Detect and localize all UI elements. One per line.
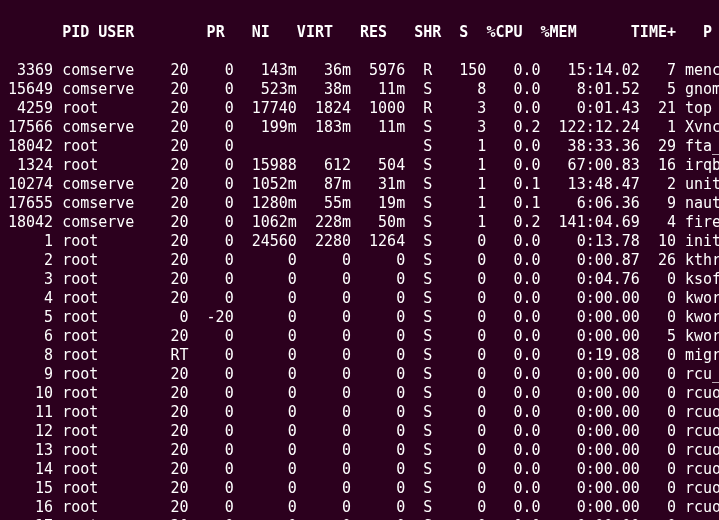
table-row: 2root200000S00.00:00.8726kthreadd xyxy=(8,251,711,270)
cell-shr: 0 xyxy=(360,384,405,403)
cell-time: 67:00.83 xyxy=(550,156,640,175)
cell-mem: 0.0 xyxy=(495,289,540,308)
cell-cmd: unity-2d-shell xyxy=(685,175,719,194)
cell-p: 7 xyxy=(649,61,676,80)
cell-cmd: irqbalance xyxy=(685,156,719,175)
cell-pid: 11 xyxy=(8,403,53,422)
cell-user: root xyxy=(62,346,143,365)
cell-p: 4 xyxy=(649,213,676,232)
col-cpu-num: P xyxy=(685,23,712,42)
col-user: USER xyxy=(98,23,179,42)
cell-pr: 20 xyxy=(152,175,188,194)
table-row: 10274comserve2001052m87m31mS10.113:48.47… xyxy=(8,175,711,194)
cell-pid: 18042 xyxy=(8,213,53,232)
cell-virt: 0 xyxy=(243,479,297,498)
cell-ni: 0 xyxy=(198,61,234,80)
cell-pr: 20 xyxy=(152,99,188,118)
cell-p: 0 xyxy=(649,365,676,384)
cell-user: root xyxy=(62,99,143,118)
cell-shr: 0 xyxy=(360,346,405,365)
cell-p: 0 xyxy=(649,479,676,498)
cell-pr: 20 xyxy=(152,213,188,232)
cell-cpu: 0 xyxy=(441,270,486,289)
cell-res: 0 xyxy=(306,365,351,384)
cell-s: S xyxy=(414,308,432,327)
table-row: 17655comserve2001280m55m19mS10.16:06.369… xyxy=(8,194,711,213)
cell-virt: 143m xyxy=(243,61,297,80)
cell-time: 0:00.00 xyxy=(550,422,640,441)
cell-res: 55m xyxy=(306,194,351,213)
cell-pid: 4 xyxy=(8,289,53,308)
cell-res: 0 xyxy=(306,327,351,346)
cell-res: 0 xyxy=(306,251,351,270)
cell-shr: 19m xyxy=(360,194,405,213)
cell-p: 0 xyxy=(649,441,676,460)
table-row: 8rootRT0000S00.00:19.080migration/0 xyxy=(8,346,711,365)
cell-res: 0 xyxy=(306,422,351,441)
cell-ni: 0 xyxy=(198,270,234,289)
cell-cpu: 0 xyxy=(441,479,486,498)
cell-pr: 20 xyxy=(152,251,188,270)
cell-cpu: 0 xyxy=(441,441,486,460)
cell-user: root xyxy=(62,232,143,251)
cell-ni: 0 xyxy=(198,289,234,308)
table-row: 18042comserve2001062m228m50mS10.2141:04.… xyxy=(8,213,711,232)
cell-time: 0:00.00 xyxy=(550,460,640,479)
table-row: 1root2002456022801264S00.00:13.7810init xyxy=(8,232,711,251)
cell-time: 0:00.00 xyxy=(550,479,640,498)
cell-ni: 0 xyxy=(198,175,234,194)
table-row: 11root200000S00.00:00.000rcuob/1 xyxy=(8,403,711,422)
cell-cmd: rcu_bh xyxy=(685,365,719,384)
cell-time: 0:13.78 xyxy=(550,232,640,251)
cell-virt: 0 xyxy=(243,498,297,517)
cell-pr: RT xyxy=(152,346,188,365)
cell-s: S xyxy=(414,137,432,156)
cell-cpu: 0 xyxy=(441,308,486,327)
cell-pid: 6 xyxy=(8,327,53,346)
cell-time: 0:00.00 xyxy=(550,365,640,384)
cell-s: S xyxy=(414,327,432,346)
cell-p: 10 xyxy=(649,232,676,251)
cell-p: 0 xyxy=(649,384,676,403)
cell-mem: 0.0 xyxy=(495,441,540,460)
cell-cmd: init xyxy=(685,232,719,251)
cell-res: 2280 xyxy=(306,232,351,251)
cell-s: S xyxy=(414,118,432,137)
cell-user: root xyxy=(62,498,143,517)
cell-pr: 20 xyxy=(152,80,188,99)
cell-shr: 0 xyxy=(360,479,405,498)
cell-cmd: nautilus xyxy=(685,194,719,213)
cell-mem: 0.0 xyxy=(495,232,540,251)
cell-res: 36m xyxy=(306,61,351,80)
cell-virt: 0 xyxy=(243,270,297,289)
cell-pid: 17566 xyxy=(8,118,53,137)
cell-pid: 3 xyxy=(8,270,53,289)
cell-mem: 0.2 xyxy=(495,213,540,232)
cell-ni: 0 xyxy=(198,156,234,175)
terminal[interactable]: PIDUSERPRNIVIRTRESSHRS%CPU%MEMTIME+PCOMM… xyxy=(0,0,719,520)
cell-p: 26 xyxy=(649,251,676,270)
cell-s: S xyxy=(414,156,432,175)
cell-pr: 20 xyxy=(152,384,188,403)
cell-user: root xyxy=(62,308,143,327)
cell-virt: 523m xyxy=(243,80,297,99)
cell-res: 0 xyxy=(306,308,351,327)
cell-virt: 0 xyxy=(243,422,297,441)
cell-pr: 20 xyxy=(152,137,188,156)
cell-shr: 0 xyxy=(360,251,405,270)
cell-s: S xyxy=(414,346,432,365)
cell-s: R xyxy=(414,61,432,80)
cell-user: root xyxy=(62,422,143,441)
cell-time: 0:00.00 xyxy=(550,327,640,346)
col-ni: NI xyxy=(234,23,270,42)
cell-res: 612 xyxy=(306,156,351,175)
cell-mem: 0.0 xyxy=(495,156,540,175)
cell-pid: 15649 xyxy=(8,80,53,99)
cell-time: 0:00.00 xyxy=(550,403,640,422)
cell-shr: 0 xyxy=(360,498,405,517)
col-cpu: %CPU xyxy=(477,23,522,42)
cell-pid: 1324 xyxy=(8,156,53,175)
cell-virt: 0 xyxy=(243,365,297,384)
cell-ni: 0 xyxy=(198,498,234,517)
table-row: 17566comserve200199m183m11mS30.2122:12.2… xyxy=(8,118,711,137)
